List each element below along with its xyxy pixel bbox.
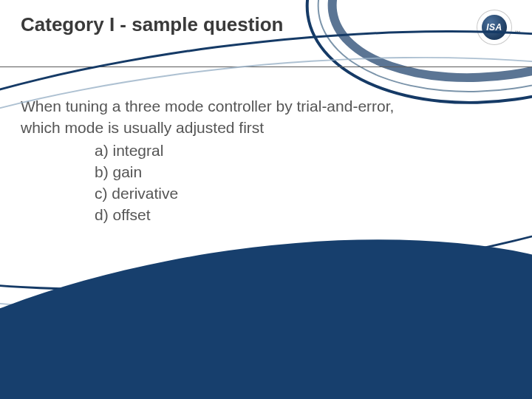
slide-title: Category I - sample question bbox=[21, 13, 283, 36]
slide: ISA ™ Category I - sample question When … bbox=[0, 0, 532, 399]
